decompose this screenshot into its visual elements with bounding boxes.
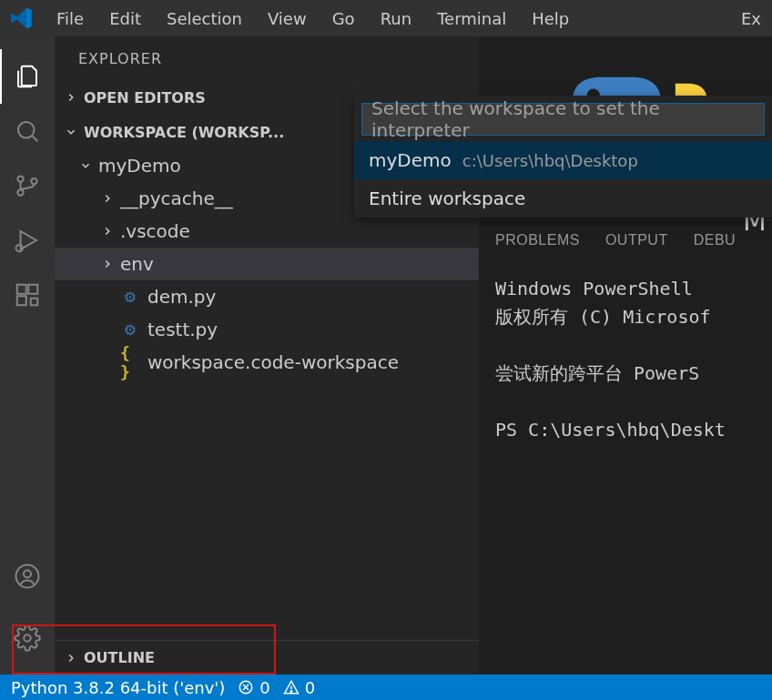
chevron-right-icon — [62, 91, 80, 104]
quick-pick-item[interactable]: Entire workspace — [354, 179, 772, 218]
svg-point-12 — [24, 571, 31, 578]
svg-point-4 — [31, 178, 36, 184]
tree-label: workspace.code-workspace — [147, 351, 399, 373]
svg-rect-9 — [17, 296, 26, 305]
panel-tab-output[interactable]: OUTPUT — [605, 232, 668, 249]
tree-label: __pycache__ — [120, 188, 233, 209]
chevron-right-icon — [98, 258, 117, 270]
tree-file[interactable]: ⚙ testt.py — [55, 313, 479, 346]
activity-settings[interactable] — [0, 611, 55, 665]
svg-point-2 — [17, 176, 23, 181]
chevron-right-icon — [62, 652, 80, 664]
warning-icon — [283, 679, 300, 695]
status-errors[interactable]: 0 — [238, 678, 269, 697]
menu-help[interactable]: Help — [519, 5, 582, 32]
python-file-icon: ⚙ — [120, 289, 140, 306]
python-file-icon: ⚙ — [120, 321, 140, 339]
activity-source-control[interactable] — [0, 158, 55, 213]
section-label: WORKSPACE (WORKSP... — [84, 124, 284, 141]
activity-search[interactable] — [0, 104, 55, 158]
svg-rect-7 — [17, 285, 26, 294]
section-outline[interactable]: OUTLINE — [55, 640, 479, 675]
svg-rect-8 — [28, 285, 37, 294]
extensions-icon — [14, 281, 41, 309]
status-python-interpreter[interactable]: Python 3.8.2 64-bit ('env') — [11, 678, 225, 697]
section-label: OUTLINE — [84, 649, 155, 666]
menu-file[interactable]: File — [44, 5, 96, 32]
quick-pick-item[interactable]: myDemo c:\Users\hbq\Desktop — [354, 141, 772, 179]
status-error-count: 0 — [259, 678, 269, 697]
error-icon — [238, 679, 254, 695]
menu-go[interactable]: Go — [320, 5, 368, 32]
menu-terminal[interactable]: Terminal — [424, 5, 519, 32]
terminal-output[interactable]: Windows PowerShell 版权所有 (C) Microsof 尝试新… — [495, 260, 756, 444]
section-label: OPEN EDITORS — [84, 89, 206, 107]
activity-account[interactable] — [0, 549, 55, 604]
tree-file[interactable]: { } workspace.code-workspace — [55, 346, 479, 379]
activity-run-debug[interactable] — [0, 213, 55, 268]
activity-extensions[interactable] — [0, 268, 55, 322]
menu-run[interactable]: Run — [368, 5, 425, 32]
title-bar: File Edit Selection View Go Run Terminal… — [0, 0, 772, 36]
bottom-panel: PROBLEMS OUTPUT DEBU Windows PowerShell … — [479, 219, 772, 675]
quick-pick: Select the workspace to set the interpre… — [354, 96, 772, 218]
gear-icon — [14, 624, 41, 652]
tree-label: env — [120, 253, 154, 275]
tree-label: dem.py — [147, 286, 216, 308]
branch-icon — [14, 172, 41, 199]
svg-point-13 — [24, 634, 31, 642]
tree-label: .vscode — [120, 220, 190, 242]
status-bar: Python 3.8.2 64-bit ('env') 0 0 — [0, 675, 772, 700]
svg-rect-10 — [31, 299, 38, 306]
activity-bar — [0, 36, 55, 675]
files-icon — [14, 63, 41, 90]
tree-label: myDemo — [98, 155, 181, 177]
svg-point-20 — [290, 691, 292, 693]
vscode-logo-icon — [11, 7, 33, 29]
status-python-label: Python 3.8.2 64-bit ('env') — [11, 678, 225, 697]
svg-line-1 — [33, 137, 37, 141]
chevron-down-icon — [62, 126, 80, 138]
tree-folder[interactable]: .vscode — [55, 215, 479, 248]
explorer-title: EXPLORER — [55, 36, 479, 80]
svg-point-11 — [16, 565, 39, 588]
search-icon — [14, 117, 41, 145]
panel-tab-debug[interactable]: DEBU — [694, 232, 736, 249]
panel-tabs: PROBLEMS OUTPUT DEBU — [495, 220, 756, 260]
quick-pick-placeholder: Select the workspace to set the interpre… — [371, 97, 755, 141]
status-warning-count: 0 — [305, 678, 315, 697]
tree-folder[interactable]: env — [55, 248, 479, 280]
svg-point-3 — [17, 189, 23, 195]
status-warnings[interactable]: 0 — [283, 678, 315, 697]
quick-pick-input[interactable]: Select the workspace to set the interpre… — [361, 103, 765, 136]
quick-pick-item-title: myDemo — [369, 149, 452, 171]
menu-view[interactable]: View — [255, 5, 320, 32]
chevron-down-icon — [76, 159, 95, 172]
menu-edit[interactable]: Edit — [96, 5, 154, 32]
quick-pick-item-detail: c:\Users\hbq\Desktop — [462, 151, 638, 170]
quick-pick-item-title: Entire workspace — [369, 188, 525, 209]
svg-point-0 — [18, 122, 35, 138]
chevron-right-icon — [98, 192, 117, 205]
account-icon — [14, 563, 41, 590]
tree-label: testt.py — [147, 319, 218, 340]
title-right-text: Ex — [741, 9, 767, 28]
json-file-icon: { } — [120, 343, 140, 381]
menu-selection[interactable]: Selection — [154, 5, 255, 32]
chevron-right-icon — [98, 225, 117, 238]
play-bug-icon — [14, 227, 41, 254]
activity-explorer[interactable] — [0, 49, 55, 104]
tree-file[interactable]: ⚙ dem.py — [55, 280, 479, 313]
panel-tab-problems[interactable]: PROBLEMS — [495, 232, 580, 249]
